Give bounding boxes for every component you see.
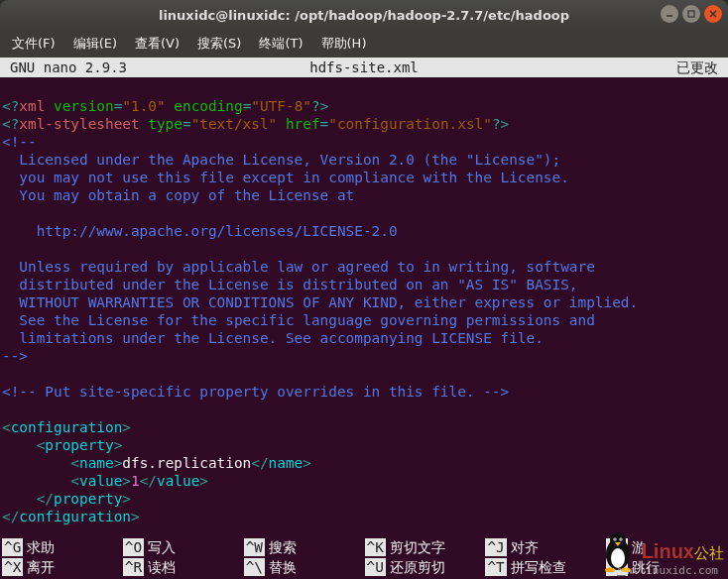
editor-line <box>2 240 726 258</box>
shortcut-key: ^J <box>485 538 506 556</box>
shortcut-key: ^R <box>123 558 144 576</box>
shortcut-item: ^R读档 <box>121 557 242 577</box>
svg-rect-1 <box>688 11 694 17</box>
editor-line: <!-- Put site-specific property override… <box>2 383 726 401</box>
maximize-button[interactable] <box>682 5 700 23</box>
shortcut-item: ^J对齐 <box>483 537 604 557</box>
editor-area[interactable]: <?xml version="1.0" encoding="UTF-8"?><?… <box>0 77 728 535</box>
shortcut-key: ^T <box>485 558 506 576</box>
menu-terminal[interactable]: 终端(T) <box>251 31 310 57</box>
shortcut-key: ^W <box>244 538 265 556</box>
editor-line: <name>dfs.replication</name> <box>2 454 726 472</box>
editor-line: <configuration> <box>2 418 726 436</box>
shortcut-label: 跳行 <box>632 558 660 576</box>
editor-line: limitations under the License. See accom… <box>2 329 726 347</box>
editor-line: you may not use this file except in comp… <box>2 169 726 186</box>
menu-help[interactable]: 帮助(H) <box>313 31 375 57</box>
window-title: linuxidc@linuxidc: /opt/hadoop/hadoop-2.… <box>159 8 569 23</box>
editor-line <box>2 204 726 222</box>
close-icon <box>708 9 718 19</box>
shortcut-item: ^\替换 <box>242 557 363 577</box>
window-controls <box>661 5 722 23</box>
nano-filename: hdfs-site.xml <box>309 58 419 77</box>
shortcut-key: ^U <box>365 558 386 576</box>
editor-line: <!-- <box>2 133 726 151</box>
shortcut-key: ^C <box>606 538 627 556</box>
shortcut-key: ^_ <box>606 558 627 576</box>
editor-line: You may obtain a copy of the License at <box>2 186 726 204</box>
nano-version: GNU nano 2.9.3 <box>10 58 127 77</box>
shortcut-item: ^C游 <box>604 537 725 557</box>
editor-line: <?xml version="1.0" encoding="UTF-8"?> <box>2 97 726 115</box>
menubar: 文件(F) 编辑(E) 查看(V) 搜索(S) 终端(T) 帮助(H) <box>0 30 728 58</box>
shortcut-label: 替换 <box>269 558 297 576</box>
shortcut-item: ^_跳行 <box>604 557 725 577</box>
shortcut-label: 拼写检查 <box>511 558 566 576</box>
menu-view[interactable]: 查看(V) <box>127 31 187 57</box>
shortcut-item: ^T拼写检查 <box>483 557 604 577</box>
editor-line: <value>1</value> <box>2 472 726 490</box>
shortcut-key: ^\ <box>244 558 265 576</box>
menu-file[interactable]: 文件(F) <box>4 31 63 57</box>
shortcut-key: ^K <box>365 538 386 556</box>
editor-line: Licensed under the Apache License, Versi… <box>2 151 726 169</box>
editor-line: </configuration> <box>2 508 726 525</box>
shortcut-key: ^G <box>2 538 23 556</box>
nano-shortcuts: ^G求助^O写入^W搜索^K剪切文字^J对齐^C游^X离开^R读档^\替换^U还… <box>0 535 728 579</box>
shortcut-item: ^O写入 <box>121 537 242 557</box>
editor-line: Unless required by applicable law or agr… <box>2 258 726 276</box>
menu-edit[interactable]: 编辑(E) <box>65 31 125 57</box>
menu-search[interactable]: 搜索(S) <box>189 31 249 57</box>
editor-line <box>2 365 726 383</box>
maximize-icon <box>686 9 696 19</box>
shortcut-item: ^K剪切文字 <box>363 537 484 557</box>
shortcut-label: 还原剪切 <box>390 558 445 576</box>
editor-line <box>2 401 726 418</box>
shortcut-label: 对齐 <box>511 538 539 556</box>
editor-line: --> <box>2 347 726 365</box>
editor-line: http://www.apache.org/licenses/LICENSE-2… <box>2 222 726 240</box>
shortcut-label: 读档 <box>148 558 176 576</box>
editor-line: <?xml-stylesheet type="text/xsl" href="c… <box>2 115 726 133</box>
shortcut-label: 写入 <box>148 538 176 556</box>
shortcut-label: 游 <box>632 538 646 556</box>
editor-line: WITHOUT WARRANTIES OR CONDITIONS OF ANY … <box>2 293 726 311</box>
minimize-icon <box>665 9 674 19</box>
editor-line <box>2 79 726 97</box>
shortcut-label: 离开 <box>27 558 55 576</box>
shortcut-item: ^U还原剪切 <box>363 557 484 577</box>
nano-header: GNU nano 2.9.3 hdfs-site.xml 已更改 <box>0 58 728 77</box>
shortcut-label: 求助 <box>27 538 55 556</box>
shortcut-key: ^O <box>123 538 144 556</box>
shortcut-label: 搜索 <box>269 538 297 556</box>
minimize-button[interactable] <box>661 5 678 23</box>
shortcut-label: 剪切文字 <box>390 538 445 556</box>
shortcut-item: ^G求助 <box>0 537 121 557</box>
editor-line: distributed under the License is distrib… <box>2 276 726 293</box>
shortcut-item: ^W搜索 <box>242 537 363 557</box>
nano-modified-indicator: 已更改 <box>676 58 718 77</box>
shortcut-key: ^X <box>2 558 23 576</box>
close-button[interactable] <box>704 5 722 23</box>
titlebar: linuxidc@linuxidc: /opt/hadoop/hadoop-2.… <box>0 0 728 30</box>
editor-line: <property> <box>2 436 726 454</box>
shortcut-item: ^X离开 <box>0 557 121 577</box>
editor-line: See the License for the specific languag… <box>2 311 726 329</box>
editor-line: </property> <box>2 490 726 508</box>
